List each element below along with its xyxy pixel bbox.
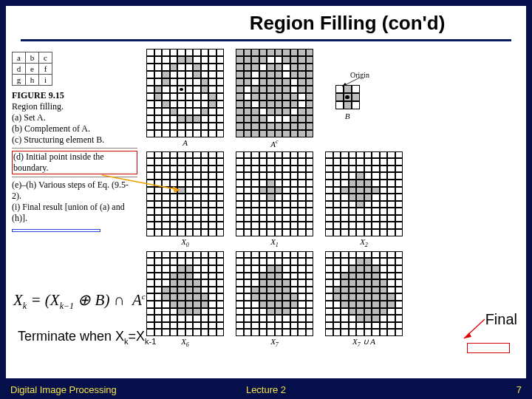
- label-X1-x: X: [270, 237, 276, 246]
- caption-i: (i) Final result [union of (a) and (h)].: [12, 202, 137, 224]
- grid-Ac: [236, 49, 313, 137]
- slide-title: Region Filling (con'd): [168, 6, 526, 38]
- grid-X2-wrap: X2: [325, 151, 403, 248]
- grid-X6: [146, 251, 224, 336]
- grid-X0-wrap: X0: [146, 151, 224, 248]
- label-X1: X1: [270, 237, 279, 248]
- figure-heading: Region filling.: [12, 101, 137, 112]
- caption-d-highlight: (d) Initial point inside the boundary.: [12, 151, 137, 174]
- footer-left: Digital Image Processing: [10, 384, 117, 395]
- idx-i: i: [39, 75, 52, 86]
- grid-X7: [236, 251, 313, 336]
- grid-union-wrap: X7 ∪ A: [325, 251, 403, 348]
- figure-number: FIGURE 9.15: [12, 90, 137, 101]
- grid-Ac-wrap: Ac: [236, 49, 313, 149]
- content-area: abc def ghi FIGURE 9.15 Region filling. …: [6, 46, 526, 356]
- grid-union: [325, 251, 403, 336]
- label-union: X7 ∪ A: [352, 337, 375, 348]
- idx-g: g: [13, 75, 26, 86]
- grid-X6-wrap: X6: [146, 251, 224, 348]
- grid-X1: [236, 151, 313, 236]
- idx-h: h: [26, 75, 39, 86]
- union-highlight-box: [467, 343, 510, 353]
- caption-d: (d) Initial point inside the boundary.: [13, 151, 104, 173]
- final-label: Final: [485, 311, 517, 328]
- terminate-prefix: Terminate when X: [18, 329, 124, 344]
- label-X6-x: X: [181, 337, 186, 346]
- label-X7: X7: [270, 337, 279, 348]
- terminate-k1: k-1: [145, 337, 156, 346]
- idx-b: b: [26, 52, 39, 64]
- label-X6-s: 6: [186, 341, 189, 348]
- label-X6: X6: [181, 337, 189, 348]
- caption-divider-2: [12, 177, 137, 177]
- caption-c: (c) Structuring element B.: [12, 134, 137, 146]
- terminate-eq: =X: [129, 329, 146, 344]
- panel-index-grid: abc def ghi: [12, 52, 52, 86]
- label-X0-s: 0: [186, 242, 189, 248]
- equation: Xk = (Xk−1 ⊕ B) ∩ Ac: [13, 291, 146, 312]
- grid-X2: [325, 151, 403, 236]
- label-A: A: [183, 138, 188, 147]
- grid-row-3: X6 X7 X7 ∪ A: [146, 251, 505, 348]
- idx-e: e: [26, 64, 39, 75]
- idx-a: a: [13, 52, 26, 64]
- idx-f: f: [39, 64, 52, 75]
- label-X0: X0: [181, 237, 189, 248]
- caption-underline: [12, 229, 100, 232]
- caption-divider: [12, 148, 137, 149]
- label-union-x: X: [352, 337, 358, 346]
- label-X7-x: X: [270, 337, 276, 346]
- footer-bar: Digital Image Processing Lecture 2 7: [0, 380, 532, 399]
- label-X2-s: 2: [365, 242, 368, 248]
- label-X0-x: X: [181, 237, 186, 246]
- grid-B: [335, 85, 360, 109]
- title-rule: [21, 39, 511, 41]
- caption-e: (e)–(h) Various steps of Eq. (9.5-2).: [12, 180, 137, 202]
- label-X7-s: 7: [276, 341, 279, 348]
- footer-page: 7: [516, 384, 522, 395]
- grid-A-wrap: A: [146, 49, 224, 147]
- grids-panel: A Ac Origin B: [146, 49, 505, 344]
- idx-c: c: [39, 52, 52, 64]
- caption-a: (a) Set A.: [12, 112, 137, 123]
- caption-b: (b) Complement of A.: [12, 123, 137, 134]
- grid-row-1: A Ac Origin B: [146, 49, 505, 149]
- label-X2-x: X: [360, 237, 365, 246]
- label-X1-s: 1: [276, 242, 279, 248]
- idx-d: d: [13, 64, 26, 75]
- label-Ac: Ac: [270, 138, 278, 149]
- grid-B-wrap: Origin B: [325, 71, 369, 120]
- slide-body: Region Filling (con'd) abc def ghi FIGUR…: [6, 6, 526, 378]
- grid-A: [146, 49, 224, 137]
- grid-row-2: X0 X1 X2: [146, 151, 505, 248]
- figure-caption-block: abc def ghi FIGURE 9.15 Region filling. …: [12, 52, 137, 235]
- grid-X0: [146, 151, 224, 236]
- terminate-text: Terminate when Xk=Xk-1: [18, 329, 156, 346]
- label-Ac-sup: c: [276, 138, 279, 145]
- grid-X1-wrap: X1: [236, 151, 313, 248]
- label-union-ua: ∪ A: [361, 337, 375, 346]
- footer-center: Lecture 2: [246, 384, 286, 395]
- grid-X7-wrap: X7: [236, 251, 313, 348]
- label-B: B: [345, 112, 350, 120]
- label-X2: X2: [360, 237, 368, 248]
